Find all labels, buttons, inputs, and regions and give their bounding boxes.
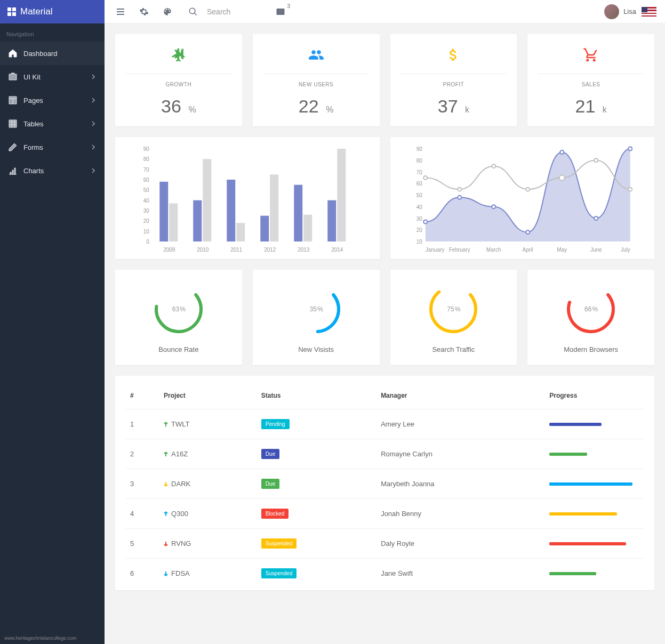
nav-item-pages[interactable]: Pages [0,88,105,112]
trend-down-icon [164,570,168,577]
nav-item-forms[interactable]: Forms [0,135,105,159]
row-progress [545,409,644,439]
svg-text:2009: 2009 [163,247,175,253]
ring-bounce-rate: 63%Bounce Rate [115,270,242,365]
table-row[interactable]: 6FDSASuspendedJane Swift [126,559,644,589]
col-header: Status [257,380,376,409]
row-progress [545,469,644,499]
ring-value: 35% [290,283,343,336]
stat-card-new-users: NEW USERS22 % [253,34,380,126]
user-menu[interactable]: Lisa [604,4,636,19]
projects-table-card: #ProjectStatusManagerProgress1TWLTPendin… [115,376,654,590]
palette-button[interactable] [156,0,179,23]
ring-label: Modern Browsers [527,345,654,353]
progress-ring: 75% [427,283,480,336]
chevron-right-icon [91,168,96,173]
svg-point-59 [559,175,564,180]
stat-label: PROFIT [401,74,507,87]
row-manager: Daly Royle [376,529,545,559]
row-project: Q300 [159,499,257,529]
nav-label: Charts [23,167,44,175]
col-header: Project [159,380,257,409]
username: Lisa [623,7,636,15]
row-manager: Jane Swift [376,559,545,589]
cart-icon [527,46,654,64]
row-status: Suspended [257,529,376,559]
table-row[interactable]: 1TWLTPendingAmery Lee [126,409,644,439]
nav-heading: Navigation [0,23,105,42]
svg-rect-2 [7,12,11,16]
row-progress [545,499,644,529]
table-icon [9,119,17,128]
ring-search-traffic: 75%Search Traffic [390,270,517,365]
pencil-icon [9,143,17,151]
svg-text:90: 90 [416,146,422,152]
progress-ring: 66% [564,283,618,336]
row-project: RVNG [159,529,257,559]
nav-label: Forms [23,143,43,151]
nav-label: Pages [23,96,43,104]
svg-rect-19 [203,159,211,241]
nav-item-dashboard[interactable]: Dashboard [0,42,105,65]
table-row[interactable]: 3DARKDueMarybeth Joanna [126,469,644,499]
mail-button[interactable]: 3 [269,0,292,23]
svg-rect-16 [169,203,178,241]
svg-text:0: 0 [146,239,149,245]
chevron-right-icon [91,121,96,126]
svg-rect-1 [12,7,16,11]
trend-up-icon [164,421,168,428]
table-row[interactable]: 5RVNGSuspendedDaly Royle [126,529,644,559]
stat-value: 37 k [390,96,517,117]
settings-button[interactable] [132,0,156,23]
svg-point-49 [458,196,461,199]
mail-count: 3 [287,3,290,9]
stat-card-profit: PROFIT37 k [390,34,517,126]
row-project: FDSA [159,559,257,589]
stat-label: SALES [538,74,644,87]
search-box [181,0,269,23]
svg-text:70: 70 [143,167,150,173]
ring-value: 66% [564,283,618,336]
svg-point-60 [594,158,598,162]
svg-rect-25 [270,174,278,241]
svg-point-53 [594,216,598,220]
svg-text:40: 40 [416,204,422,210]
svg-rect-27 [294,185,302,241]
row-manager: Marybeth Joanna [376,469,545,499]
row-num: 6 [126,559,159,589]
svg-text:2012: 2012 [264,247,276,253]
svg-rect-3 [12,12,16,16]
svg-text:2014: 2014 [331,247,343,253]
svg-point-58 [526,188,530,191]
row-status: Due [257,439,376,469]
brand-label: Material [20,6,52,17]
row-progress [545,529,644,559]
svg-point-52 [560,150,564,154]
search-icon[interactable] [181,0,205,23]
table-row[interactable]: 2A16ZDueRomayne Carlyn [126,439,644,469]
briefcase-icon [9,73,17,81]
nav-item-ui-kit[interactable]: UI Kit [0,65,105,88]
sidebar: Material Navigation DashboardUI KitPages… [0,0,105,644]
row-num: 1 [126,409,159,439]
search-input[interactable] [205,5,269,18]
brand[interactable]: Material [0,0,105,23]
table-row[interactable]: 4Q300BlockedJonah Benny [126,499,644,529]
svg-text:70: 70 [416,170,422,175]
nav-item-tables[interactable]: Tables [0,112,105,135]
svg-rect-18 [193,200,202,241]
svg-point-50 [492,205,495,208]
svg-text:50: 50 [416,192,422,198]
stat-card-sales: SALES21 k [527,34,654,126]
nav-item-charts[interactable]: Charts [0,159,105,182]
line-chart-card: 102030405060708090JanuaryFebruaryMarchAp… [390,137,655,259]
ring-modern-browsers: 66%Modern Browsers [527,270,654,365]
svg-point-56 [458,188,461,191]
menu-button[interactable] [109,0,132,23]
row-progress [545,439,644,469]
content: GROWTH36 %NEW USERS22 %PROFIT37 kSALES21… [105,23,665,601]
svg-rect-0 [7,7,11,11]
svg-text:January: January [425,247,444,253]
svg-text:60: 60 [416,181,422,187]
flag-us-icon[interactable] [642,7,656,17]
